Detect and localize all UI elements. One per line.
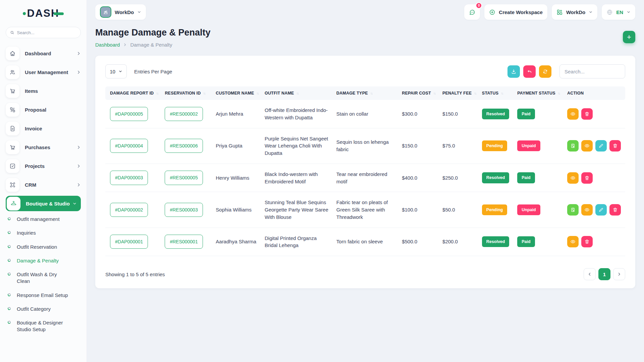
chevron-down-icon — [72, 201, 77, 206]
eye-icon — [570, 111, 576, 117]
column-header-damage-type[interactable]: DAMAGE TYPE↑↓ — [333, 86, 398, 100]
delete-button[interactable] — [609, 140, 621, 152]
pagination-page-1-button[interactable]: 1 — [598, 268, 610, 280]
sidebar-subitem-damage-penalty[interactable]: Damage & Penalty — [8, 257, 81, 264]
bullet-ring-icon — [7, 231, 11, 234]
sidebar-search[interactable] — [6, 27, 81, 38]
column-label: CUSTOMER NAME — [216, 91, 254, 96]
sidebar-subitem-label: Boutique & Designer Studio Setup — [17, 319, 70, 333]
search-icon — [10, 30, 14, 35]
payment-button[interactable] — [567, 204, 579, 216]
sidebar-item-crm[interactable]: CRM — [6, 177, 81, 192]
workspace-name: WorkDo — [115, 9, 134, 15]
undo-icon — [527, 69, 532, 74]
sidebar-subitem-outfit-wash-dry-clean[interactable]: Outfit Wash & Dry Clean — [8, 271, 81, 285]
messages-button[interactable]: 0 — [464, 4, 480, 20]
payment-icon — [570, 207, 576, 213]
bullet-ring-icon — [7, 293, 11, 296]
damage-type: Torn fabric on sleeve — [336, 239, 383, 244]
table-search-input[interactable] — [559, 64, 625, 78]
reservation-id-pill[interactable]: #RES000002 — [165, 107, 203, 121]
entries-per-page-label: Entries Per Page — [134, 69, 172, 74]
sidebar-item-label: Items — [25, 88, 81, 94]
sidebar-subitem-outfit-management[interactable]: Outfit management — [8, 216, 81, 223]
sidebar-item-invoice[interactable]: Invoice — [6, 121, 81, 136]
payment-status-badge: Paid — [517, 109, 535, 119]
workspace-avatar — [100, 6, 111, 18]
workspace-switcher[interactable]: WorkDo — [95, 4, 146, 20]
damage-report-id-pill[interactable]: #DAP000003 — [110, 171, 148, 185]
language-label: EN — [616, 9, 623, 15]
column-header-penalty-fee[interactable]: PENALTY FEE↑↓ — [439, 86, 479, 100]
add-record-button[interactable]: + — [623, 31, 635, 43]
view-button[interactable] — [567, 172, 579, 184]
entries-per-page-select[interactable]: 10 — [105, 64, 127, 78]
sidebar-subitem-outfit-category[interactable]: Outfit Category — [8, 306, 81, 312]
delete-button[interactable] — [581, 108, 593, 120]
sidebar-subitem-response-email-setup[interactable]: Response Email Setup — [8, 292, 81, 299]
column-header-customer-name[interactable]: CUSTOMER NAME↑↓ — [212, 86, 261, 100]
payment-status-badge: Paid — [517, 172, 535, 183]
view-button[interactable] — [567, 236, 579, 247]
table-body: #DAP000005#RES000002Arjun MehraOff-white… — [105, 100, 625, 256]
sidebar-item-dashboard[interactable]: Dashboard — [6, 46, 81, 61]
damage-penalty-table: DAMAGE REPORT ID↑↓RESERVATION ID↑↓CUSTOM… — [105, 86, 625, 256]
column-header-outfit-name[interactable]: OUTFIT NAME↑↓ — [261, 86, 333, 100]
damage-report-id-pill[interactable]: #DAP000005 — [110, 107, 148, 121]
sidebar-item-purchases[interactable]: Purchases — [6, 139, 81, 155]
language-selector[interactable]: EN — [602, 4, 635, 20]
sidebar-item-label: Boutique & Studio — [26, 201, 72, 206]
sidebar-item-boutique-studio[interactable]: Boutique & Studio — [6, 196, 81, 211]
payment-button[interactable] — [567, 140, 579, 152]
column-header-status[interactable]: STATUS↑↓ — [479, 86, 514, 100]
refresh-button[interactable] — [539, 65, 551, 78]
sidebar-item-projects[interactable]: Projects — [6, 158, 81, 174]
dash-logo: DASH — [0, 6, 87, 21]
penalty-fee: $50.0 — [442, 207, 455, 213]
view-button[interactable] — [581, 204, 593, 216]
column-header-repair-cost[interactable]: REPAIR COST↑↓ — [398, 86, 439, 100]
sort-icon: ↑↓ — [433, 92, 435, 95]
reservation-id-pill[interactable]: #RES000003 — [165, 203, 203, 217]
edit-button[interactable] — [595, 140, 607, 152]
sidebar-subitem-inquiries[interactable]: Inquiries — [8, 230, 81, 236]
column-header-payment-status[interactable]: PAYMENT STATUS↑↓ — [514, 86, 564, 100]
damage-report-id-pill[interactable]: #DAP000004 — [110, 139, 148, 153]
column-header-damage-report-id[interactable]: DAMAGE REPORT ID↑↓ — [105, 86, 161, 100]
row-actions — [567, 204, 622, 216]
reservation-id-pill[interactable]: #RES000006 — [165, 139, 203, 153]
repair-cost: $150.0 — [402, 143, 417, 148]
sort-icon: ↑↓ — [501, 92, 503, 95]
export-button[interactable] — [507, 65, 520, 78]
column-header-reservation-id[interactable]: RESERVATION ID↑↓ — [161, 86, 212, 100]
workdo-menu[interactable]: WorkDo — [552, 4, 597, 20]
view-button[interactable] — [581, 140, 593, 152]
sidebar-subitem-outfit-reservation[interactable]: Outfit Reservation — [8, 244, 81, 250]
pencil-icon — [598, 207, 604, 213]
sidebar-subitem-boutique-designer-studio-setup[interactable]: Boutique & Designer Studio Setup — [8, 319, 81, 333]
create-workspace-button[interactable]: Create Workspace — [484, 4, 547, 20]
sidebar-item-user-management[interactable]: User Management — [6, 64, 81, 80]
sidebar-search-input[interactable] — [17, 30, 76, 35]
pagination-prev-button[interactable] — [584, 268, 596, 280]
damage-report-id-pill[interactable]: #DAP000001 — [110, 235, 148, 249]
damage-type: Tear near embroidered motif — [336, 171, 387, 184]
pagination-next-button[interactable] — [613, 268, 625, 280]
breadcrumb-dashboard-link[interactable]: Dashboard — [95, 42, 120, 48]
sidebar-item-label: User Management — [25, 69, 76, 75]
sidebar-item-items[interactable]: Items — [6, 83, 81, 99]
reservation-id-pill[interactable]: #RES000001 — [165, 235, 203, 249]
delete-button[interactable] — [581, 236, 593, 247]
delete-button[interactable] — [609, 204, 621, 216]
circle-plus-icon — [489, 9, 495, 15]
damage-penalty-card: 10 Entries Per Page — [95, 56, 635, 288]
edit-button[interactable] — [595, 204, 607, 216]
sidebar-item-proposal[interactable]: Proposal — [6, 102, 81, 117]
reset-button[interactable] — [523, 65, 536, 78]
delete-button[interactable] — [581, 172, 593, 184]
payment-status-badge: Unpaid — [517, 140, 540, 151]
sidebar: DASH DashboardUser ManagementItemsPropos… — [0, 0, 87, 362]
reservation-id-pill[interactable]: #RES000005 — [165, 171, 203, 185]
view-button[interactable] — [567, 108, 579, 120]
damage-report-id-pill[interactable]: #DAP000002 — [110, 203, 148, 217]
